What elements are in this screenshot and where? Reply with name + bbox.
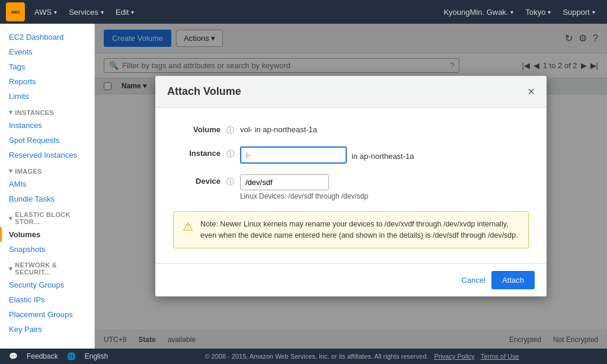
modal-close-button[interactable]: × — [528, 85, 535, 98]
sidebar-item-ec2-dashboard[interactable]: EC2 Dashboard — [0, 30, 94, 44]
sidebar-item-reserved-instances[interactable]: Reserved Instances — [0, 148, 94, 162]
globe-icon: 🌐 — [67, 352, 76, 360]
instance-input[interactable] — [240, 146, 347, 164]
sidebar-section-images: ▾ IMAGES — [0, 162, 94, 177]
collapse-images-icon: ▾ — [9, 167, 12, 175]
device-hint: Linux Devices: /dev/sdf through /dev/sdp — [240, 192, 368, 200]
volume-info-icon[interactable]: ⓘ — [226, 125, 234, 136]
sidebar-section-network: ▾ NETWORK & SECURIT... — [0, 257, 94, 277]
region-caret: ▾ — [548, 9, 551, 15]
sidebar-item-key-pairs[interactable]: Key Pairs — [0, 322, 94, 337]
instance-info-icon[interactable]: ⓘ — [226, 149, 234, 159]
language-label[interactable]: English — [85, 352, 108, 360]
top-navbar: AWS AWS ▾ Services ▾ Edit ▾ KyoungMin. G… — [0, 0, 607, 24]
sidebar-item-instances[interactable]: Instances — [0, 118, 94, 133]
aws-logo: AWS — [6, 2, 25, 21]
footer-bar: 💬 Feedback 🌐 English © 2008 - 2015, Amaz… — [0, 349, 607, 364]
warning-icon: ⚠ — [183, 219, 193, 234]
sidebar-item-elastic-ips[interactable]: Elastic IPs — [0, 292, 94, 307]
collapse-ebs-icon: ▾ — [9, 215, 12, 222]
services-caret: ▾ — [101, 9, 104, 15]
sidebar-item-events[interactable]: Events — [0, 44, 94, 59]
main-content: EC2 Dashboard Events Tags Reports Limits… — [0, 24, 607, 349]
sidebar-section-ebs: ▾ ELASTIC BLOCK STOR... — [0, 206, 94, 227]
sidebar-item-security-groups[interactable]: Security Groups — [0, 277, 94, 292]
support-caret: ▾ — [592, 9, 595, 15]
feedback-icon: 💬 — [9, 352, 18, 360]
volume-field-label: Volume — [173, 123, 221, 134]
sidebar-item-tags[interactable]: Tags — [0, 59, 94, 74]
modal-overlay: Attach Volume × Volume ⓘ vol- in ap-nort… — [95, 24, 607, 349]
attach-button[interactable]: Attach — [491, 271, 535, 289]
privacy-policy-link[interactable]: Privacy Policy — [434, 353, 474, 360]
sidebar-item-bundle-tasks[interactable]: Bundle Tasks — [0, 191, 94, 206]
region-menu[interactable]: Tokyo ▾ — [519, 0, 557, 24]
device-row: Device ⓘ Linux Devices: /dev/sdf through… — [173, 174, 529, 200]
edit-dropdown[interactable]: Edit ▾ — [110, 0, 140, 24]
footer-center: © 2008 - 2015, Amazon Web Services, Inc.… — [117, 349, 607, 364]
feedback-label[interactable]: Feedback — [27, 352, 58, 360]
warning-text: Note: Newer Linux kernels may rename you… — [200, 219, 519, 241]
nav-right: KyoungMin. Gwak. ▾ Tokyo ▾ Support ▾ — [437, 0, 601, 24]
sidebar-item-placement-groups[interactable]: Placement Groups — [0, 307, 94, 322]
page-wrapper: Create Volume Actions ▾ ↻ ⚙ ? 🔍 ? — [95, 24, 607, 349]
modal-footer: Cancel Attach — [155, 263, 547, 296]
user-caret: ▾ — [510, 9, 513, 15]
warning-box: ⚠ Note: Newer Linux kernels may rename y… — [173, 211, 529, 249]
instance-input-wrapper: in ap-northeast-1a — [240, 146, 414, 164]
sidebar: EC2 Dashboard Events Tags Reports Limits… — [0, 24, 95, 349]
modal-body: Volume ⓘ vol- in ap-northeast-1a Instanc… — [155, 108, 547, 264]
edit-caret: ▾ — [131, 9, 134, 15]
volume-row: Volume ⓘ vol- in ap-northeast-1a — [173, 123, 529, 136]
instance-field-label: Instance — [173, 146, 221, 158]
sidebar-item-snapshots[interactable]: Snapshots — [0, 242, 94, 257]
aws-caret: ▾ — [54, 9, 57, 15]
modal-title: Attach Volume — [167, 85, 241, 98]
sidebar-item-volumes[interactable]: Volumes — [0, 227, 94, 242]
sidebar-section-instances: ▾ INSTANCES — [0, 104, 94, 118]
sidebar-item-amis[interactable]: AMIs — [0, 177, 94, 191]
cancel-button[interactable]: Cancel — [462, 276, 485, 285]
collapse-instances-icon: ▾ — [9, 108, 12, 116]
volume-value: vol- in ap-northeast-1a — [240, 123, 317, 134]
footer-left: 💬 Feedback 🌐 English — [0, 349, 117, 364]
services-dropdown[interactable]: Services ▾ — [63, 0, 110, 24]
aws-dropdown[interactable]: AWS ▾ — [28, 0, 63, 24]
device-input[interactable] — [240, 174, 329, 190]
device-input-wrapper: Linux Devices: /dev/sdf through /dev/sdp — [240, 174, 368, 200]
terms-of-use-link[interactable]: Terms of Use — [481, 353, 519, 360]
svg-text:AWS: AWS — [11, 10, 20, 14]
attach-volume-modal: Attach Volume × Volume ⓘ vol- in ap-nort… — [155, 76, 547, 297]
support-menu[interactable]: Support ▾ — [557, 0, 601, 24]
device-info-icon[interactable]: ⓘ — [226, 177, 234, 187]
device-field-label: Device — [173, 174, 221, 186]
instance-row: Instance ⓘ in ap-northeast-1a — [173, 146, 529, 164]
sidebar-item-reports[interactable]: Reports — [0, 74, 94, 89]
collapse-network-icon: ▾ — [9, 265, 12, 273]
modal-header: Attach Volume × — [155, 76, 547, 108]
sidebar-item-limits[interactable]: Limits — [0, 89, 94, 104]
user-menu[interactable]: KyoungMin. Gwak. ▾ — [437, 0, 519, 24]
instance-suffix: in ap-northeast-1a — [352, 149, 414, 161]
sidebar-item-spot-requests[interactable]: Spot Requests — [0, 133, 94, 148]
